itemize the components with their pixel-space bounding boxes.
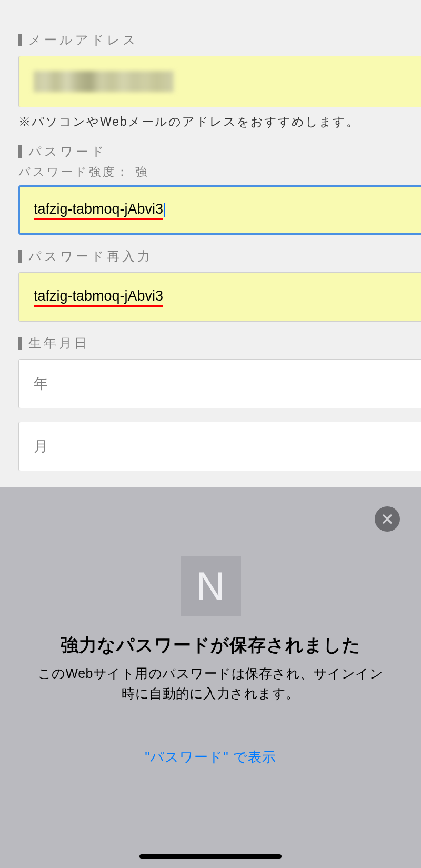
email-label-text: メールアドレス: [28, 32, 138, 48]
password-confirm-label: パスワード再入力: [18, 248, 421, 265]
blurred-email-value: [34, 71, 174, 92]
popup-description: このWebサイト用のパスワードは保存され、サインイン時に自動的に入力されます。: [0, 664, 421, 703]
birthdate-label: 生年月日: [18, 335, 421, 352]
popup-title: 強力なパスワードが保存されました: [61, 633, 361, 657]
text-cursor-icon: [164, 203, 165, 217]
password-saved-popup: N 強力なパスワードが保存されました このWebサイト用のパスワードは保存され、…: [0, 487, 421, 868]
email-field-group: メールアドレス ※パソコンやWebメールのアドレスをおすすめします。: [18, 32, 421, 130]
password-confirm-value: tafzig-tabmoq-jAbvi3: [34, 288, 163, 306]
home-indicator[interactable]: [139, 854, 282, 859]
email-helper-text: ※パソコンやWebメールのアドレスをおすすめします。: [18, 114, 421, 130]
label-bar-icon: [18, 250, 22, 263]
registration-form: メールアドレス ※パソコンやWebメールのアドレスをおすすめします。 パスワード…: [0, 0, 421, 471]
label-bar-icon: [18, 337, 22, 350]
year-placeholder: 年: [34, 374, 48, 393]
password-value: tafzig-tabmoq-jAbvi3: [34, 201, 163, 219]
birthdate-field-group: 生年月日 年 月: [18, 335, 421, 471]
month-input[interactable]: 月: [18, 422, 421, 471]
label-bar-icon: [18, 34, 22, 46]
password-label-text: パスワード: [28, 143, 107, 160]
close-button[interactable]: [375, 506, 400, 532]
app-icon-letter: N: [196, 563, 225, 609]
email-input[interactable]: [18, 56, 421, 107]
password-label: パスワード: [18, 143, 421, 160]
app-icon: N: [181, 556, 241, 616]
month-placeholder: 月: [34, 437, 48, 456]
password-confirm-label-text: パスワード再入力: [28, 248, 153, 265]
year-input[interactable]: 年: [18, 359, 421, 408]
password-strength-text: パスワード強度： 強: [18, 164, 421, 180]
password-confirm-field-group: パスワード再入力 tafzig-tabmoq-jAbvi3: [18, 248, 421, 322]
close-icon: [382, 514, 393, 524]
password-input[interactable]: tafzig-tabmoq-jAbvi3: [18, 185, 421, 235]
password-confirm-input[interactable]: tafzig-tabmoq-jAbvi3: [18, 272, 421, 322]
birthdate-label-text: 生年月日: [28, 335, 89, 352]
show-in-passwords-link[interactable]: "パスワード" で表示: [145, 748, 276, 766]
password-field-group: パスワード パスワード強度： 強 tafzig-tabmoq-jAbvi3: [18, 143, 421, 235]
email-label: メールアドレス: [18, 32, 421, 48]
label-bar-icon: [18, 145, 22, 158]
